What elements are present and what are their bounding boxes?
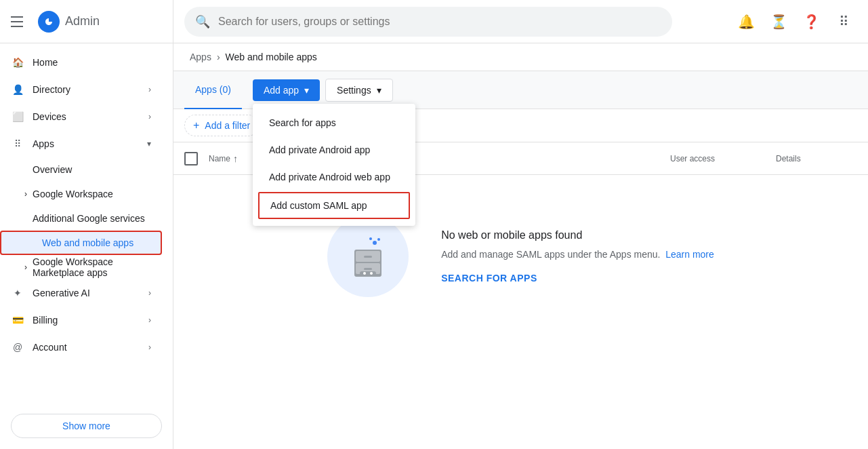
home-icon: 🏠 — [11, 56, 24, 69]
apps-label: Apps — [33, 138, 54, 149]
app-title: Admin — [65, 14, 100, 28]
generative-ai-label: Generative AI — [33, 288, 90, 298]
tabs-bar: Apps (0) Add app ▾ Search for apps Add p… — [173, 71, 868, 109]
tab-apps[interactable]: Apps (0) — [184, 71, 242, 109]
account-icon: @ — [11, 340, 24, 354]
search-icon: 🔍 — [195, 14, 210, 29]
add-app-dropdown-arrow: ▾ — [304, 85, 309, 96]
col-name-sort-icon[interactable]: ↑ — [233, 153, 238, 164]
search-apps-label: Search for apps — [269, 117, 336, 128]
sidebar-item-devices[interactable]: ⬜ Devices › — [0, 103, 162, 130]
empty-title: No web or mobile apps found — [441, 229, 714, 241]
ai-icon: ✦ — [11, 286, 24, 300]
settings-button[interactable]: Settings ▾ — [325, 79, 393, 102]
add-private-android-web-label: Add private Android web app — [269, 172, 390, 182]
sidebar-item-home[interactable]: 🏠 Home — [0, 49, 162, 76]
sidebar-item-google-workspace[interactable]: › Google Workspace — [0, 182, 162, 206]
svg-rect-4 — [364, 256, 372, 258]
breadcrumb: Apps › Web and mobile apps — [173, 43, 868, 71]
search-for-apps-link[interactable]: SEARCH FOR APPS — [441, 273, 537, 284]
additional-services-label: Additional Google services — [33, 213, 145, 224]
apps-grid-button[interactable]: ⠿ — [830, 8, 857, 35]
breadcrumb-current: Web and mobile apps — [226, 52, 317, 62]
mp-chevron: › — [24, 262, 27, 272]
billing-label: Billing — [33, 315, 58, 326]
main-content: 🔍 🔔 ⏳ ❓ ⠿ Apps › Web and mobile apps App… — [173, 0, 868, 449]
col-user-access-label: User access — [670, 154, 715, 163]
directory-icon: 👤 — [11, 83, 24, 96]
account-label: Account — [33, 342, 67, 353]
add-filter-plus-icon: + — [193, 119, 199, 132]
billing-icon: 💳 — [11, 313, 24, 327]
gw-chevron: › — [24, 189, 27, 199]
add-app-dropdown: Search for apps Add private Android app … — [253, 104, 415, 226]
add-app-button[interactable]: Add app ▾ — [253, 79, 320, 101]
svg-point-6 — [373, 241, 377, 245]
col-user-access-header: User access — [670, 154, 765, 163]
col-name-label: Name — [209, 154, 230, 163]
dropdown-search-for-apps[interactable]: Search for apps — [253, 109, 415, 136]
web-mobile-apps-label: Web and mobile apps — [42, 237, 133, 248]
hamburger-icon[interactable] — [11, 14, 27, 30]
devices-icon: ⬜ — [11, 110, 24, 123]
add-app-label: Add app — [264, 85, 299, 96]
google-workspace-label: Google Workspace — [33, 189, 113, 199]
sidebar-item-generative-ai[interactable]: ✦ Generative AI › — [0, 279, 162, 307]
empty-description: Add and manage SAML apps under the Apps … — [441, 249, 660, 260]
col-details-header: Details — [776, 154, 857, 163]
sidebar: Admin 🏠 Home 👤 Directory › ⬜ Devices › ⠿… — [0, 0, 173, 449]
add-private-android-label: Add private Android app — [269, 144, 370, 155]
empty-illustration — [327, 216, 409, 297]
empty-text: No web or mobile apps found Add and mana… — [441, 229, 714, 284]
page-body: Apps (0) Add app ▾ Search for apps Add p… — [173, 71, 868, 449]
account-chevron: › — [148, 343, 151, 352]
dropdown-add-private-android[interactable]: Add private Android app — [253, 136, 415, 163]
devices-chevron: › — [148, 112, 151, 121]
sidebar-nav: 🏠 Home 👤 Directory › ⬜ Devices › ⠿ Apps … — [0, 43, 173, 408]
search-input[interactable] — [218, 16, 661, 28]
billing-chevron: › — [148, 315, 151, 325]
timer-button[interactable]: ⏳ — [765, 8, 792, 35]
settings-dropdown-arrow: ▾ — [377, 85, 381, 96]
svg-point-10 — [363, 272, 366, 275]
svg-point-11 — [370, 272, 373, 275]
top-bar-icons: 🔔 ⏳ ❓ ⠿ — [732, 8, 857, 35]
svg-point-8 — [369, 237, 372, 240]
sidebar-item-billing[interactable]: 💳 Billing › — [0, 307, 162, 334]
devices-label: Devices — [33, 111, 66, 122]
show-more-button[interactable]: Show more — [11, 414, 162, 438]
top-bar: 🔍 🔔 ⏳ ❓ ⠿ — [173, 0, 868, 43]
svg-point-7 — [377, 238, 380, 241]
svg-rect-9 — [360, 271, 376, 275]
sidebar-item-web-mobile-apps[interactable]: Web and mobile apps — [0, 231, 162, 255]
overview-label: Overview — [33, 164, 72, 175]
sidebar-item-overview[interactable]: Overview — [0, 157, 162, 182]
marketplace-apps-label: Google Workspace Marketplace apps — [33, 256, 151, 278]
sidebar-item-marketplace-apps[interactable]: › Google Workspace Marketplace apps — [0, 255, 162, 279]
add-filter-label: Add a filter — [205, 120, 250, 131]
dropdown-add-private-android-web[interactable]: Add private Android web app — [253, 163, 415, 191]
sidebar-item-additional-services[interactable]: Additional Google services — [0, 206, 162, 231]
directory-chevron: › — [148, 85, 151, 94]
notifications-button[interactable]: 🔔 — [732, 8, 760, 35]
breadcrumb-parent[interactable]: Apps — [190, 52, 211, 62]
sidebar-header: Admin — [0, 0, 173, 43]
search-bar[interactable]: 🔍 — [184, 7, 672, 37]
learn-more-link[interactable]: Learn more — [665, 249, 714, 260]
col-details-label: Details — [776, 154, 801, 163]
add-filter-button[interactable]: + Add a filter — [184, 115, 259, 136]
sidebar-item-account[interactable]: @ Account › — [0, 334, 162, 361]
ai-chevron: › — [148, 288, 151, 298]
select-all-checkbox[interactable] — [184, 152, 198, 165]
empty-desc: Add and manage SAML apps under the Apps … — [441, 247, 714, 262]
dropdown-add-custom-saml[interactable]: Add custom SAML app — [258, 192, 410, 219]
logo-area: Admin — [38, 11, 100, 33]
svg-rect-5 — [364, 268, 372, 270]
sidebar-item-apps[interactable]: ⠿ Apps ▾ — [0, 130, 162, 157]
settings-label: Settings — [337, 85, 371, 96]
sidebar-item-directory[interactable]: 👤 Directory › — [0, 76, 162, 103]
help-button[interactable]: ❓ — [798, 8, 825, 35]
apps-tab-label: Apps (0) — [195, 84, 231, 95]
home-label: Home — [33, 57, 58, 68]
add-custom-saml-label: Add custom SAML app — [270, 200, 367, 211]
